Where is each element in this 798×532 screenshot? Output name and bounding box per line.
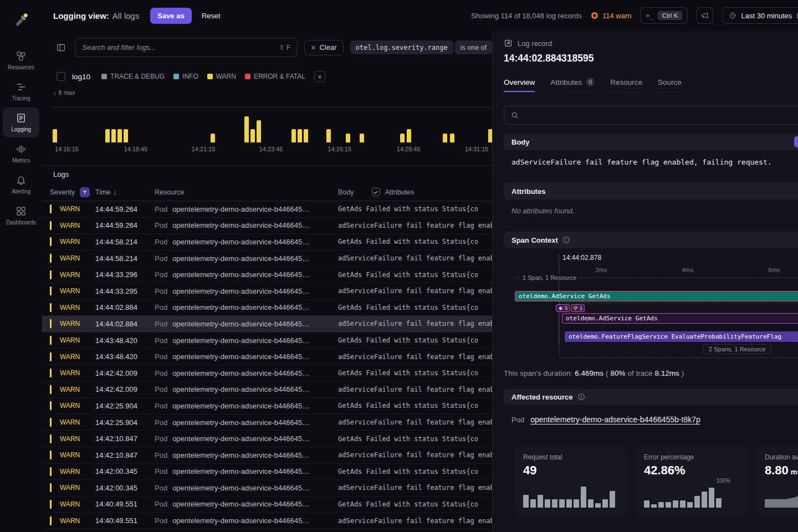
span-context-section-header: Span Context — [504, 232, 798, 248]
span-bar-getads-child[interactable]: oteldemo.AdService GetAds — [562, 313, 798, 324]
info-icon[interactable] — [562, 236, 570, 244]
histogram-bar[interactable] — [124, 129, 128, 142]
histogram-bar[interactable] — [326, 129, 331, 142]
log-resource: Podopentelemetry-demo-adservice-b4466455… — [155, 484, 338, 492]
log-row[interactable]: WARN14:44:58.214Podopentelemetry-demo-ad… — [42, 250, 492, 267]
histogram-bar[interactable] — [346, 134, 350, 142]
sidebar-item-logging[interactable]: Logging — [3, 108, 39, 137]
tab-source[interactable]: Source — [658, 78, 682, 92]
histogram-bar[interactable] — [400, 134, 405, 142]
time-range-picker[interactable]: Last 30 minutes Europ — [722, 7, 798, 24]
column-time[interactable]: Time↓ — [95, 188, 155, 196]
legend-swatch — [245, 74, 250, 79]
log-row[interactable]: WARN14:44:58.214Podopentelemetry-demo-ad… — [42, 234, 492, 250]
log-row[interactable]: WARN14:42:10.847Podopentelemetry-demo-ad… — [42, 431, 492, 447]
histogram-bar[interactable] — [53, 129, 57, 142]
column-resource[interactable]: Resource — [155, 188, 338, 196]
log-row[interactable]: WARN14:40:49.551Podopentelemetry-demo-ad… — [42, 497, 492, 513]
log-row[interactable]: WARN14:44:33.296Podopentelemetry-demo-ad… — [42, 267, 492, 283]
histogram-bar[interactable] — [291, 129, 296, 142]
log-time: 14:44:58.214 — [95, 238, 155, 246]
mini-bar — [666, 502, 671, 508]
log-row[interactable]: WARN14:42:10.847Podopentelemetry-demo-ad… — [42, 447, 492, 464]
sidebar-item-dashboards[interactable]: Dashboards — [3, 201, 39, 231]
column-body[interactable]: Body Attributes — [338, 188, 492, 196]
x-axis-tick: 14:21:15 — [191, 146, 215, 152]
info-icon[interactable] — [577, 393, 585, 401]
log-row[interactable]: WARN14:44:02.884Podopentelemetry-demo-ad… — [42, 300, 492, 316]
log-resource: Podopentelemetry-demo-adservice-b4466455… — [155, 352, 338, 361]
reset-button[interactable]: Reset — [202, 12, 221, 20]
histogram-bar[interactable] — [250, 129, 255, 142]
attributes-checkbox[interactable] — [372, 188, 380, 196]
command-palette-button[interactable]: >_ Ctrl K — [640, 7, 688, 24]
tab-resource[interactable]: Resource — [610, 78, 642, 92]
save-as-button[interactable]: Save as — [150, 8, 191, 24]
histogram-bar[interactable] — [244, 116, 249, 142]
log-row[interactable]: WARN14:44:59.264Podopentelemetry-demo-ad… — [42, 201, 492, 218]
histogram-bar[interactable] — [407, 129, 411, 142]
warn-indicator[interactable]: 114 warn — [591, 12, 632, 20]
filter-chip-field[interactable]: otel.log.severity.range — [350, 40, 453, 54]
pod-link[interactable]: opentelemetry-demo-adservice-b4466455b-t… — [530, 415, 700, 424]
log-row[interactable]: WARN14:43:48.420Podopentelemetry-demo-ad… — [42, 349, 492, 365]
announcements-button[interactable] — [697, 7, 713, 24]
legend-swatch — [207, 74, 213, 79]
log-row[interactable]: WARN14:44:33.295Podopentelemetry-demo-ad… — [42, 283, 492, 300]
histogram-bar[interactable] — [211, 134, 215, 142]
legend-item[interactable]: TRACE & DEBUG — [101, 73, 165, 80]
filter-chip-operator[interactable]: is one of — [455, 40, 492, 54]
tab-overview[interactable]: Overview — [504, 78, 535, 92]
log-row[interactable]: WARN14:44:59.264Podopentelemetry-demo-ad… — [42, 218, 492, 234]
log-resource: Podopentelemetry-demo-adservice-b4466455… — [155, 402, 338, 410]
severity-label: WARN — [60, 287, 80, 295]
histogram-bar[interactable] — [257, 120, 261, 142]
log-row[interactable]: WARN — [42, 529, 492, 532]
severity-label: WARN — [60, 517, 80, 525]
legend-item[interactable]: ERROR & FATAL — [245, 73, 305, 80]
histogram-bar[interactable] — [105, 129, 110, 142]
histogram-bar[interactable] — [304, 129, 308, 142]
sidebar-item-tracing[interactable]: Tracing — [3, 76, 39, 106]
dataset-checkbox[interactable] — [57, 72, 65, 81]
log-row[interactable]: WARN14:42:42.009Podopentelemetry-demo-ad… — [42, 382, 492, 398]
log-body: adServiceFailure fail feature flag enabl… — [338, 254, 492, 262]
log-resource: Podopentelemetry-demo-adservice-b4466455… — [155, 451, 338, 459]
histogram-bar[interactable] — [117, 129, 122, 142]
sidebar-item-resources[interactable]: Resources — [3, 45, 39, 75]
log-row[interactable]: WARN14:42:42.009Podopentelemetry-demo-ad… — [42, 365, 492, 382]
histogram-bar[interactable] — [298, 129, 302, 142]
view-name: All logs — [112, 11, 139, 21]
log-row[interactable]: WARN14:42:25.904Podopentelemetry-demo-ad… — [42, 415, 492, 431]
log-row[interactable]: WARN14:44:02.884Podopentelemetry-demo-ad… — [42, 316, 492, 332]
page-title: Logging view:All logs — [53, 11, 139, 21]
log-row[interactable]: WARN14:42:00.345Podopentelemetry-demo-ad… — [42, 464, 492, 480]
sidebar-item-metrics[interactable]: Metrics — [3, 139, 39, 168]
legend-item[interactable]: INFO — [173, 73, 198, 80]
span-bar-featureflag[interactable]: oteldemo.FeatureFlagService EvaluateProb… — [565, 331, 798, 342]
log-row[interactable]: WARN14:42:25.904Podopentelemetry-demo-ad… — [42, 398, 492, 415]
mini-bar — [716, 498, 722, 508]
histogram-bar[interactable] — [443, 134, 447, 142]
histogram-bar[interactable] — [111, 129, 116, 142]
histogram-bar[interactable] — [450, 134, 454, 142]
tab-attributes[interactable]: Attributes0 — [550, 78, 595, 92]
column-severity[interactable]: Severity — [42, 187, 95, 197]
main: Logging view:All logs Save as Reset Show… — [42, 0, 798, 532]
span-bar-getads[interactable]: oteldemo.AdService GetAds — [515, 291, 798, 301]
span-badges[interactable]: 3 1 — [556, 304, 585, 312]
legend-close-button[interactable]: × — [314, 71, 325, 82]
logo[interactable] — [11, 10, 32, 31]
log-row[interactable]: WARN14:40:49.551Podopentelemetry-demo-ad… — [42, 513, 492, 529]
log-row[interactable]: WARN14:43:48.420Podopentelemetry-demo-ad… — [42, 332, 492, 349]
legend-item[interactable]: WARN — [207, 73, 236, 80]
sidebar-item-alerting[interactable]: Alerting — [3, 170, 39, 200]
histogram-bar[interactable] — [360, 134, 364, 142]
detail-search-input[interactable] — [504, 106, 798, 125]
log-row[interactable]: WARN14:42:00.345Podopentelemetry-demo-ad… — [42, 480, 492, 497]
clear-filters-button[interactable]: × Clear — [304, 40, 343, 55]
search-input[interactable]: Search and filter logs... ⇧ F — [75, 38, 298, 57]
collapse-panel-button[interactable] — [53, 39, 68, 56]
severity-filter-icon[interactable] — [80, 187, 90, 197]
body-action-badge[interactable] — [794, 136, 798, 147]
